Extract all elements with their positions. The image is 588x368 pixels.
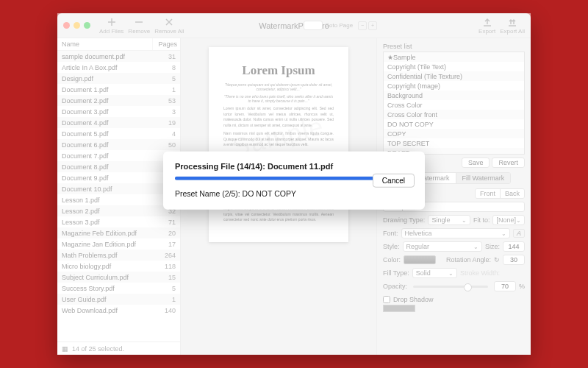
progress-title: Processing File (14/14): Document 11.pdf <box>175 162 413 171</box>
progress-subtitle: Preset Name (2/5): DO NOT COPY <box>175 189 413 198</box>
cancel-button[interactable]: Cancel <box>373 174 415 188</box>
progress-dialog: Processing File (14/14): Document 11.pdf… <box>163 152 425 210</box>
